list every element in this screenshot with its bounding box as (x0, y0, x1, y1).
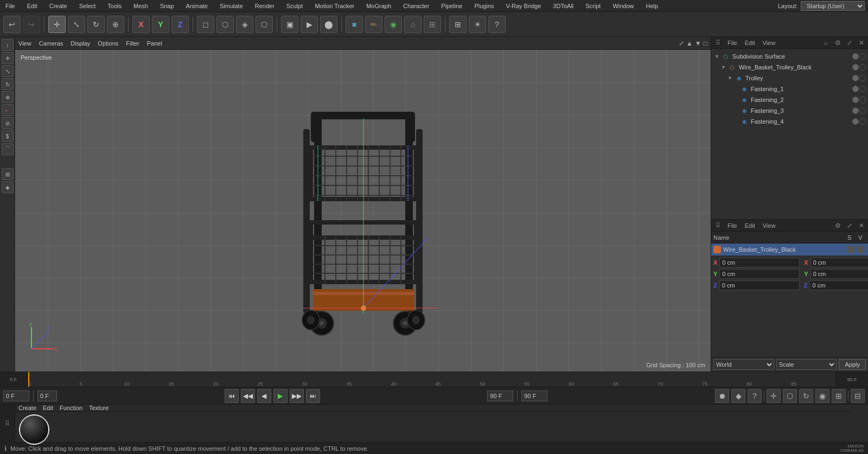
obj-manager-file[interactable]: File (725, 39, 739, 47)
viewport-menu-filter[interactable]: Filter (126, 40, 139, 47)
menu-animate[interactable]: Animate (184, 2, 210, 10)
render-viewport-button[interactable]: ▶ (301, 16, 318, 33)
help-bc-button[interactable]: ? (748, 389, 762, 403)
obj-row-fastening4[interactable]: ▶ ⊕ Fastening_4 (711, 116, 868, 127)
menu-plugins[interactable]: Plugins (472, 2, 496, 10)
viewport-icon-up[interactable]: ▲ (686, 40, 693, 47)
mat-menu-create[interactable]: Create (18, 405, 36, 411)
goto-end-button[interactable]: ⏭ (306, 389, 320, 403)
menu-file[interactable]: File (3, 2, 17, 10)
render-picture-viewer-button[interactable]: ⬤ (320, 16, 337, 33)
expand-arrow-wirebasket[interactable]: ▼ (721, 65, 726, 70)
point-bc-button[interactable]: ◉ (815, 389, 829, 403)
obj-row-trolley[interactable]: ▼ ⊕ Trolley (711, 73, 868, 84)
obj-render-dot-4[interactable] (859, 86, 866, 92)
obj-manager-view[interactable]: View (761, 39, 778, 47)
obj-vis-dot-4[interactable] (852, 86, 859, 92)
menu-mograph[interactable]: MoGraph (364, 2, 393, 10)
obj-vis-dot-3[interactable] (852, 75, 859, 81)
sidebar-btn-1[interactable]: ↕ (2, 39, 14, 51)
sidebar-btn-3[interactable]: ⤡ (2, 65, 14, 77)
obj-row-fastening1[interactable]: ▶ ⊕ Fastening_1 (711, 84, 868, 94)
rotate-tool-button[interactable]: ↻ (87, 16, 105, 33)
polygon-mode-button[interactable]: ◈ (236, 16, 253, 33)
sidebar-btn-8[interactable]: $ (2, 130, 14, 142)
apply-button[interactable]: Apply (839, 359, 866, 370)
light-button[interactable]: ☀ (469, 16, 486, 33)
obj-vis-dot-7[interactable] (852, 118, 859, 125)
coord-field-x-pos[interactable] (719, 258, 800, 267)
viewport-canvas[interactable]: Perspective (15, 50, 711, 372)
viewport-icon-lock[interactable]: □ (704, 40, 707, 47)
attr-check-v[interactable] (857, 246, 865, 253)
keyframe-button[interactable]: ◆ (731, 389, 745, 403)
axis-z-button[interactable]: Z (171, 16, 189, 33)
menu-edit[interactable]: Edit (25, 2, 40, 10)
object-mode-button[interactable]: ◻ (197, 16, 214, 33)
edge-mode-button[interactable]: ⬡ (256, 16, 273, 33)
scale-tool-button[interactable]: ⤡ (68, 16, 85, 33)
material-button[interactable]: ◉ (385, 16, 402, 33)
play-button[interactable]: ▶ (273, 389, 288, 403)
obj-render-dot-6[interactable] (859, 107, 866, 114)
menu-help[interactable]: Help (644, 2, 661, 10)
viewport-menu-view[interactable]: View (18, 40, 31, 47)
mat-menu-function[interactable]: Function (60, 405, 82, 411)
attr-manager-view[interactable]: View (761, 222, 778, 229)
attr-manager-edit[interactable]: Edit (743, 222, 757, 229)
obj-vis-dot-2[interactable] (852, 64, 859, 71)
mesh-mode-button[interactable]: ⬡ (216, 16, 234, 33)
sidebar-btn-11[interactable]: ◈ (2, 181, 14, 193)
menu-snap[interactable]: Snap (158, 2, 176, 10)
help-button[interactable]: ? (488, 16, 506, 33)
viewport-icon-expand[interactable]: ⤢ (679, 40, 684, 47)
sidebar-btn-10[interactable]: ⊞ (2, 168, 14, 180)
scale-bc-button[interactable]: ⬡ (783, 389, 797, 403)
record-button[interactable]: ⏺ (715, 389, 729, 403)
mat-menu-texture[interactable]: Texture (89, 405, 108, 411)
obj-row-wirebasket[interactable]: ▼ ⬡ Wire_Basket_Trolley_Black (711, 62, 868, 73)
attr-manager-file[interactable]: File (725, 222, 739, 229)
obj-row-fastening3[interactable]: ▶ ⊕ Fastening_3 (711, 105, 868, 116)
camera-button[interactable]: ⊞ (449, 16, 467, 33)
viewport-menu-options[interactable]: Options (98, 40, 118, 47)
menu-tools[interactable]: Tools (105, 2, 124, 10)
rotate-bc-button[interactable]: ↻ (799, 389, 813, 403)
sidebar-btn-7[interactable]: ⊘ (2, 117, 14, 129)
menu-window[interactable]: Window (610, 2, 636, 10)
axis-x-button[interactable]: X (132, 16, 150, 33)
sidebar-btn-5[interactable]: ⊕ (2, 91, 14, 103)
goto-start-button[interactable]: ⏮ (225, 389, 239, 403)
sculpt-button[interactable]: ⌂ (404, 16, 422, 33)
menu-mesh[interactable]: Mesh (131, 2, 150, 10)
obj-render-dot-5[interactable] (859, 97, 866, 103)
obj-manager-edit[interactable]: Edit (743, 39, 757, 47)
coord-field-y-pos[interactable] (719, 269, 800, 279)
viewport-icon-down[interactable]: ▼ (695, 40, 701, 47)
obj-manager-settings-icon[interactable]: ⚙ (833, 39, 842, 47)
coord-scale-select[interactable]: Scale (776, 359, 837, 370)
menu-script[interactable]: Script (583, 2, 603, 10)
menu-simulate[interactable]: Simulate (218, 2, 245, 10)
cube-icon-button[interactable]: ■ (346, 16, 363, 33)
obj-render-dot-7[interactable] (859, 118, 866, 125)
combined-tool-button[interactable]: ⊕ (107, 16, 124, 33)
prev-frame-button[interactable]: ◀ (257, 389, 271, 403)
menu-vraybridge[interactable]: V-Ray Bridge (504, 2, 544, 10)
viewport-menu-panel[interactable]: Panel (147, 40, 162, 47)
end-frame-input[interactable] (487, 391, 513, 401)
attr-manager-settings-icon[interactable]: ⚙ (833, 221, 842, 230)
redo-button[interactable]: ↪ (23, 16, 40, 33)
menu-select[interactable]: Select (77, 2, 98, 10)
obj-render-dot-2[interactable] (859, 64, 866, 71)
coord-field-y-rot[interactable] (810, 269, 868, 279)
grid-bc-button[interactable]: ⊞ (832, 389, 846, 403)
expand-arrow-subdivision[interactable]: ▼ (714, 54, 719, 59)
obj-row-fastening2[interactable]: ▶ ⊕ Fastening_2 (711, 94, 868, 105)
obj-render-dot-3[interactable] (859, 75, 866, 81)
mat-menu-edit[interactable]: Edit (43, 405, 53, 411)
obj-vis-dot[interactable] (852, 53, 859, 60)
obj-row-subdivision[interactable]: ▼ ⬡ Subdivision Surface (711, 51, 868, 62)
attr-manager-close-icon[interactable]: ✕ (857, 221, 866, 230)
menu-3dtoall[interactable]: 3DToAll (551, 2, 576, 10)
